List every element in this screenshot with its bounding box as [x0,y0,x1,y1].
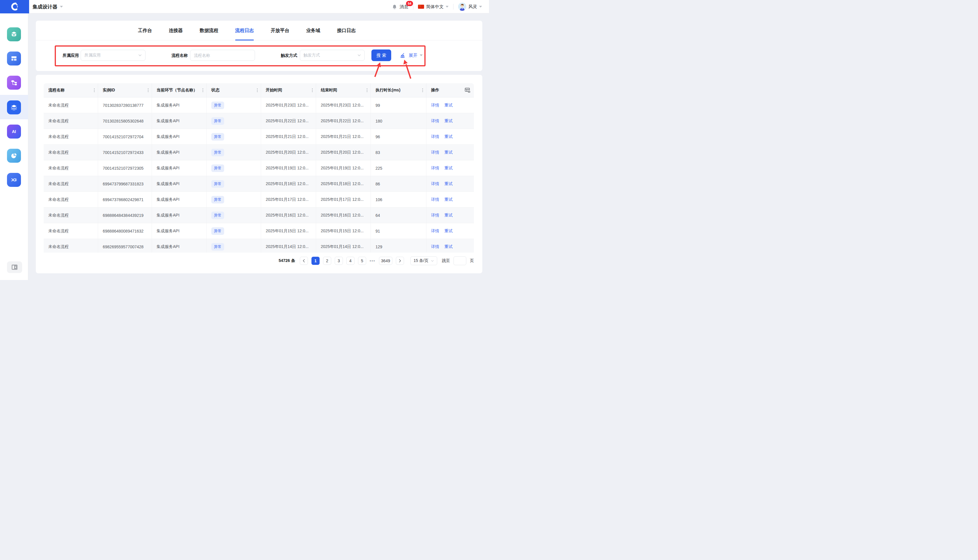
cell-actions: 详情重试 [427,160,474,176]
expand-filters-link[interactable]: 展开 [409,50,423,61]
action-重试-link[interactable]: 重试 [445,150,453,155]
column-menu-icon[interactable] [312,88,313,92]
cell-flow-name: 未命名流程 [44,239,98,253]
action-重试-link[interactable]: 重试 [445,228,453,234]
search-button[interactable]: 搜 索 [372,50,391,61]
cell-instance-id: 701302815805302648 [98,113,152,128]
cell-start-time: 2025年01月15日 12:0... [261,223,316,239]
action-详情-link[interactable]: 详情 [431,134,439,139]
action-重试-link[interactable]: 重试 [445,181,453,187]
sidebar-collapse-button[interactable] [7,262,22,273]
column-header-duration[interactable]: 执行时长(ms) [371,83,427,97]
cell-instance-id: 700141521072972433 [98,145,152,160]
column-header-end[interactable]: 结束时间 [316,83,371,97]
column-header-start[interactable]: 开始时间 [261,83,316,97]
tab-业务域[interactable]: 业务域 [306,21,320,40]
clear-filters-broom-icon[interactable] [400,52,406,59]
shuffle-icon [10,176,18,184]
page-size-select[interactable]: 15 条/页 [410,257,437,265]
trigger-select[interactable]: 触发方式 [300,50,365,61]
action-详情-link[interactable]: 详情 [431,213,439,218]
action-重试-link[interactable]: 重试 [445,134,453,139]
cell-duration: 83 [371,145,427,160]
language-selector[interactable]: 简体中文 [418,4,448,10]
column-menu-icon[interactable] [367,88,368,92]
column-header-name[interactable]: 流程名称 [44,83,98,97]
column-header-actions[interactable]: 操作 [427,83,474,97]
action-详情-link[interactable]: 详情 [431,150,439,155]
flowchart-icon [10,79,18,87]
column-header-id[interactable]: 实例ID [98,83,152,97]
cell-instance-id: 699473786802429871 [98,192,152,207]
column-menu-icon[interactable] [94,88,95,92]
cell-start-time: 2025年01月20日 12:0... [261,145,316,160]
app-select-placeholder: 所属应用 [84,53,101,58]
page-button-5[interactable]: 5 [358,257,366,265]
action-重试-link[interactable]: 重试 [445,103,453,108]
action-详情-link[interactable]: 详情 [431,228,439,234]
sidebar-item-flowchart[interactable] [7,76,21,90]
jump-page-input[interactable] [453,257,466,265]
sidebar-item-process-logs[interactable] [7,100,21,114]
bell-icon[interactable] [392,4,397,10]
tab-接口日志[interactable]: 接口日志 [337,21,356,40]
tab-连接器[interactable]: 连接器 [169,21,183,40]
cell-start-time: 2025年01月19日 12:0... [261,160,316,176]
flow-name-input[interactable] [190,50,255,61]
column-menu-icon[interactable] [422,88,423,92]
messages-button[interactable]: 消息 54 [400,4,408,10]
column-header-status[interactable]: 状态 [207,83,261,97]
title-chevron-down-icon[interactable] [60,6,63,8]
action-详情-link[interactable]: 详情 [431,118,439,124]
action-详情-link[interactable]: 详情 [431,166,439,171]
cell-status: 异常 [207,160,261,176]
cell-start-time: 2025年01月16日 12:0... [261,208,316,223]
header-divider [413,4,413,10]
page-ellipsis[interactable]: ••• [370,259,375,263]
action-重试-link[interactable]: 重试 [445,166,453,171]
last-page-button[interactable]: 3649 [379,257,392,265]
pie-chart-icon [10,152,18,160]
cell-status: 异常 [207,98,261,113]
sidebar-item-cube[interactable] [7,27,21,41]
action-重试-link[interactable]: 重试 [445,213,453,218]
sidebar-item-integrations[interactable] [7,173,21,187]
sidebar-item-ai[interactable]: AI [7,125,21,138]
cell-node: 集成服务API [152,145,207,160]
page-button-1[interactable]: 1 [312,257,320,265]
action-详情-link[interactable]: 详情 [431,197,439,202]
action-详情-link[interactable]: 详情 [431,103,439,108]
column-menu-icon[interactable] [202,88,203,92]
page-button-4[interactable]: 4 [347,257,355,265]
cell-actions: 详情重试 [427,113,474,128]
action-重试-link[interactable]: 重试 [445,244,453,250]
prev-page-button[interactable] [300,257,308,265]
action-重试-link[interactable]: 重试 [445,118,453,124]
sidebar-item-dashboard[interactable] [7,52,21,65]
tab-数据流程[interactable]: 数据流程 [200,21,218,40]
cell-duration: 99 [371,98,427,113]
page-button-3[interactable]: 3 [335,257,343,265]
next-page-button[interactable] [396,257,404,265]
action-详情-link[interactable]: 详情 [431,181,439,187]
tab-开放平台[interactable]: 开放平台 [271,21,289,40]
column-settings-icon[interactable] [465,87,471,93]
column-menu-icon[interactable] [148,88,149,92]
cell-end-time: 2025年01月22日 12:0... [316,113,371,128]
tab-流程日志[interactable]: 流程日志 [235,21,254,40]
action-重试-link[interactable]: 重试 [445,197,453,202]
column-header-node[interactable]: 当前环节（节点名称） [152,83,207,97]
app-select[interactable]: 所属应用 [81,50,145,61]
action-详情-link[interactable]: 详情 [431,244,439,250]
user-menu[interactable]: 风灵 [458,3,482,11]
column-menu-icon[interactable] [257,88,258,92]
page-button-2[interactable]: 2 [323,257,331,265]
cell-instance-id: 698886480089471632 [98,223,152,239]
cell-end-time: 2025年01月18日 12:0... [316,176,371,192]
username: 风灵 [468,4,477,10]
status-badge: 异常 [211,243,224,251]
table-body: 未命名流程701302837280138777集成服务API异常2025年01月… [44,98,474,253]
table-header-row: 流程名称 实例ID 当前环节（节点名称） 状态 开始时间 结束时间 执行时长(m… [44,83,474,98]
sidebar-item-analytics[interactable] [7,149,21,163]
tab-工作台[interactable]: 工作台 [138,21,152,40]
